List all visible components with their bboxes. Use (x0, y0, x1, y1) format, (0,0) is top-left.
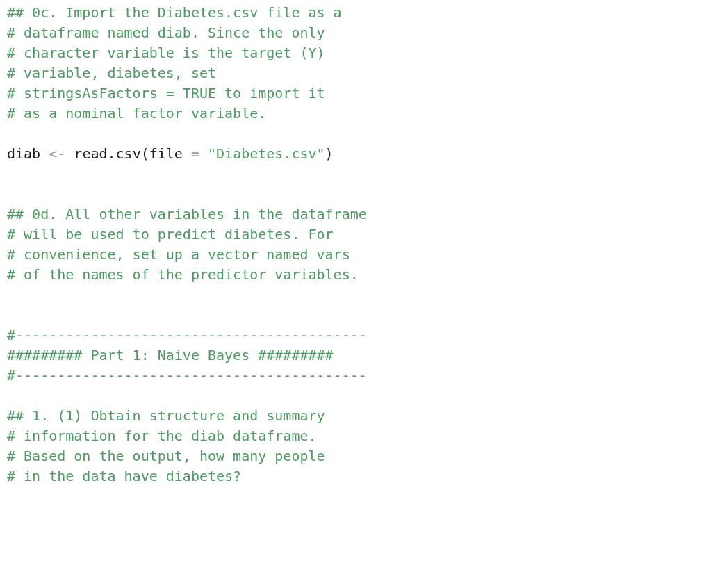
comment-line: # will be used to predict diabetes. For (7, 226, 334, 243)
paren-open: ( (141, 145, 149, 162)
comment-line: # convenience, set up a vector named var… (7, 246, 350, 263)
comment-line: # variable, diabetes, set (7, 65, 216, 81)
section-rule: #---------------------------------------… (7, 367, 367, 384)
equals-operator: = (183, 145, 208, 162)
comment-line: # Based on the output, how many people (7, 448, 325, 464)
comment-line: # in the data have diabetes? (7, 468, 241, 484)
comment-line: # dataframe named diab. Since the only (7, 24, 325, 41)
function-call: read.csv (74, 145, 140, 162)
comment-line: ## 0d. All other variables in the datafr… (7, 206, 367, 222)
code-block: ## 0c. Import the Diabetes.csv file as a… (0, 0, 713, 493)
string-literal: "Diabetes.csv" (208, 145, 325, 162)
comment-line: # information for the diab dataframe. (7, 427, 317, 444)
comment-line: # character variable is the target (Y) (7, 44, 325, 61)
variable-name: diab (7, 145, 40, 162)
comment-line: ## 1. (1) Obtain structure and summary (7, 407, 325, 424)
comment-line: # as a nominal factor variable. (7, 105, 266, 122)
comment-line: # of the names of the predictor variable… (7, 266, 359, 283)
paren-close: ) (325, 145, 334, 162)
comment-line: ## 0c. Import the Diabetes.csv file as a (7, 4, 342, 21)
assign-operator: <- (49, 145, 65, 162)
section-title: ######### Part 1: Naive Bayes ######### (7, 347, 334, 364)
comment-line: # stringsAsFactors = TRUE to import it (7, 85, 325, 101)
section-rule: #---------------------------------------… (7, 327, 367, 343)
argument-name: file (149, 145, 183, 162)
